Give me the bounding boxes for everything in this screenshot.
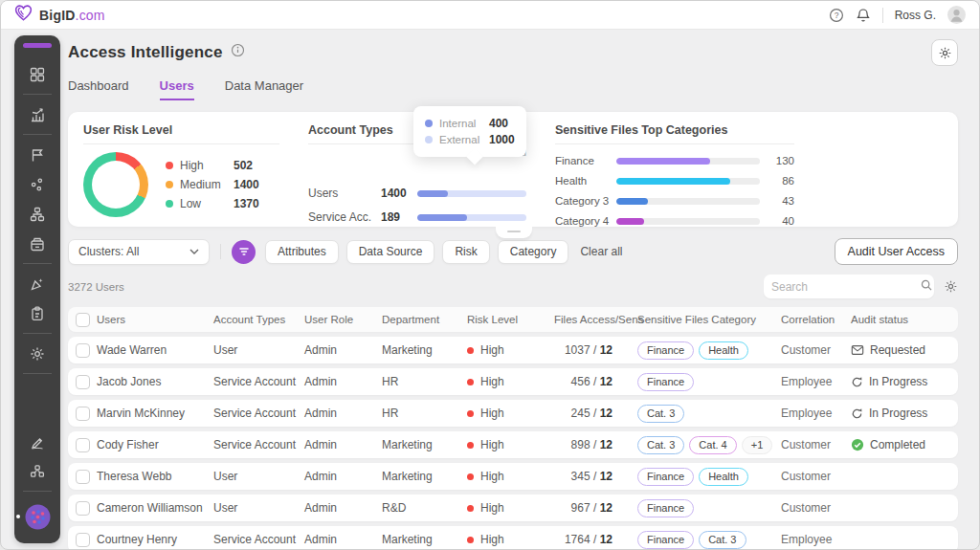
integrations-icon[interactable] [21, 456, 54, 486]
stacked-bar [417, 190, 526, 197]
select-all-checkbox[interactable] [76, 313, 90, 327]
table-header: Users Account Types User Role Department… [68, 307, 958, 332]
filter-chip-attributes[interactable]: Attributes [265, 240, 339, 264]
left-sidebar [14, 35, 60, 543]
sidebar-divider [23, 373, 52, 374]
analytics-icon[interactable] [21, 99, 54, 129]
table-row[interactable]: Marvin McKinney Service Account Admin HR… [68, 400, 958, 427]
filter-chip-category[interactable]: Category [498, 240, 569, 264]
category-chip[interactable]: Cat. 3 [637, 436, 684, 454]
column-audit-status[interactable]: Audit status [851, 314, 958, 325]
stacked-bar [417, 214, 526, 221]
tab-data-manager[interactable]: Data Manager [225, 78, 303, 100]
risk-dot [467, 379, 474, 385]
search-icon[interactable] [920, 278, 933, 296]
category-chip[interactable]: Health [699, 468, 748, 486]
dashboard-icon[interactable] [21, 59, 54, 89]
audit-user-access-button[interactable]: Audit User Access [835, 238, 958, 265]
explore-icon[interactable] [21, 269, 54, 298]
info-icon[interactable] [231, 43, 245, 62]
card-title: Sensitive Files Top Categories [555, 123, 794, 144]
flag-icon[interactable] [21, 140, 54, 169]
notifications-bell-icon[interactable] [856, 8, 871, 23]
category-chip[interactable]: Finance [637, 531, 694, 549]
row-checkbox[interactable] [76, 501, 90, 516]
signature-pen-icon[interactable] [21, 427, 54, 456]
category-chip[interactable]: Finance [637, 499, 694, 517]
workspace-avatar[interactable] [25, 504, 51, 534]
column-sensitive-files-category[interactable]: Sensitive Files Category [637, 314, 781, 325]
category-chip[interactable]: Finance [637, 341, 694, 360]
cell-files-access: 1764 / 12 [554, 533, 637, 546]
user-avatar[interactable] [947, 6, 966, 24]
category-chip[interactable]: Cat. 4 [689, 436, 736, 454]
row-checkbox[interactable] [76, 343, 90, 358]
row-checkbox[interactable] [76, 533, 90, 547]
category-chip[interactable]: Finance [637, 468, 694, 486]
cell-account-type: Service Account [213, 438, 304, 451]
column-correlation[interactable]: Correlation [781, 314, 851, 325]
more-chip[interactable]: +1 [742, 436, 773, 454]
risk-donut-chart [83, 152, 148, 217]
risk-legend: High502 Medium1400 Low1370 [166, 159, 259, 210]
filter-chip-risk[interactable]: Risk [442, 240, 489, 264]
cell-account-type: User [213, 501, 304, 515]
table-row[interactable]: Theresa Webb User Admin Marketing High 3… [68, 463, 958, 490]
cell-risk-level: High [467, 470, 554, 483]
list-controls: 3272 Users [68, 275, 958, 298]
tab-dashboard[interactable]: Dashboard [68, 78, 129, 100]
risk-dot [467, 537, 474, 543]
cell-department: HR [382, 407, 467, 420]
filter-divider [220, 244, 221, 259]
row-checkbox[interactable] [76, 407, 90, 421]
clear-all-button[interactable]: Clear all [580, 245, 622, 258]
filter-funnel-icon[interactable] [232, 240, 256, 264]
clusters-dropdown[interactable]: Clusters: All [68, 239, 210, 265]
table-row[interactable]: Courtney Henry Service Account Admin Mar… [68, 526, 958, 550]
row-checkbox[interactable] [76, 438, 90, 452]
page-settings-button[interactable] [931, 39, 958, 66]
clipboard-icon[interactable] [21, 298, 54, 328]
chevron-down-icon [189, 245, 199, 258]
inventory-icon[interactable] [21, 229, 54, 258]
table-row[interactable]: Cody Fisher Service Account Admin Market… [68, 431, 958, 458]
search-box [764, 275, 934, 298]
column-risk-level[interactable]: Risk Level [467, 314, 554, 325]
cell-files-access: 898 / 12 [554, 438, 637, 451]
cell-correlation: Employee [781, 533, 851, 546]
filter-chip-data-source[interactable]: Data Source [346, 240, 435, 264]
users-count: 3272 Users [68, 281, 124, 293]
tab-users[interactable]: Users [160, 78, 194, 100]
cell-sensitive-categories: FinanceCat. 3 [637, 531, 781, 549]
org-chart-icon[interactable] [21, 199, 54, 229]
cell-account-type: Service Account [213, 533, 304, 546]
column-files-access[interactable]: Files Access/Sens [554, 314, 637, 325]
category-chip[interactable]: Cat. 3 [637, 405, 684, 423]
filter-bar: Clusters: All Attributes Data Source Ris… [68, 238, 958, 265]
cell-department: Marketing [382, 438, 467, 451]
cluster-dots-icon[interactable] [21, 169, 54, 199]
page-title: Access Intelligence [68, 43, 245, 62]
table-settings-icon[interactable] [944, 279, 958, 294]
category-chip[interactable]: Health [699, 341, 748, 360]
risk-dot [467, 505, 474, 512]
category-chip[interactable]: Finance [637, 373, 694, 391]
settings-gear-icon[interactable] [21, 339, 54, 368]
search-input[interactable] [771, 280, 920, 294]
cell-files-access: 456 / 12 [554, 375, 637, 388]
panel-collapse-handle[interactable] [496, 227, 532, 238]
cell-sensitive-categories: Finance [637, 373, 781, 391]
row-checkbox[interactable] [76, 375, 90, 389]
column-department[interactable]: Department [382, 314, 467, 325]
column-account-types[interactable]: Account Types [213, 314, 304, 325]
category-chip[interactable]: Cat. 3 [699, 531, 746, 549]
column-users[interactable]: Users [97, 314, 213, 325]
card-title: User Risk Level [83, 123, 279, 144]
column-user-role[interactable]: User Role [304, 314, 382, 325]
help-icon[interactable]: ? [829, 8, 844, 23]
table-row[interactable]: Cameron Williamson User Admin R&D High 9… [68, 495, 958, 521]
bigid-logo[interactable]: BigID.com [14, 5, 105, 26]
table-row[interactable]: Jacob Jones Service Account Admin HR Hig… [68, 368, 958, 395]
table-row[interactable]: Wade Warren User Admin Marketing High 10… [68, 337, 958, 363]
row-checkbox[interactable] [76, 470, 90, 484]
